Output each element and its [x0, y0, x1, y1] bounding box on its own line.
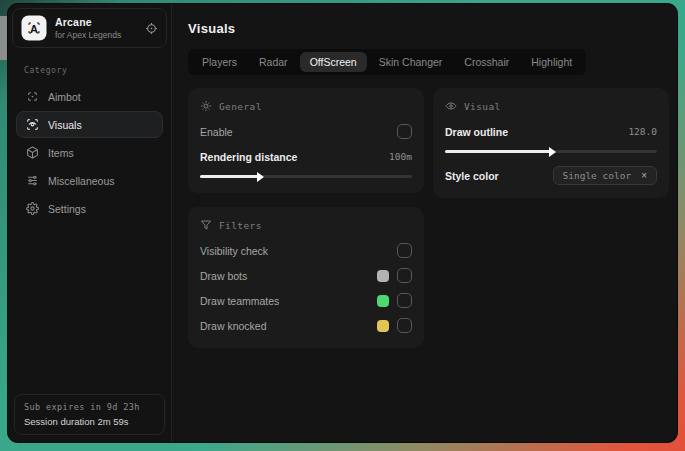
visibility-check-label: Visibility check [200, 245, 268, 257]
sidebar-item-aimbot[interactable]: Aimbot [16, 83, 163, 110]
slider-thumb[interactable] [549, 147, 556, 157]
sidebar-item-miscellaneous[interactable]: Miscellaneous [16, 167, 163, 194]
visual-card-header: Visual [445, 100, 657, 112]
target-icon[interactable] [145, 22, 158, 35]
slider-thumb[interactable] [257, 172, 264, 182]
style-color-row: Style color Single color × [445, 165, 657, 186]
crosshair-icon [26, 90, 39, 103]
draw-knocked-label: Draw knocked [200, 320, 267, 332]
card-title: Filters [219, 220, 262, 231]
card-title: Visual [464, 101, 501, 112]
tab-highlight[interactable]: Highlight [521, 52, 582, 72]
draw-outline-value: 128.0 [628, 126, 657, 137]
category-label: Category [16, 62, 163, 83]
app-subtitle: for Apex Legends [55, 30, 137, 40]
enable-checkbox[interactable] [397, 124, 412, 139]
tab-skin-changer[interactable]: Skin Changer [369, 52, 453, 72]
eye-icon [445, 100, 457, 112]
sidebar-item-items[interactable]: Items [16, 139, 163, 166]
sidebar-item-label: Aimbot [48, 91, 81, 103]
cards-grid: General Enable Rendering distance 100m [188, 88, 669, 348]
logo-letter: A [30, 23, 38, 35]
rendering-distance-label: Rendering distance [200, 151, 297, 163]
sidebar-item-settings[interactable]: Settings [16, 195, 163, 222]
draw-bots-checkbox[interactable] [397, 268, 412, 283]
gear-icon [26, 202, 39, 215]
enable-row: Enable [200, 121, 412, 142]
general-card-header: General [200, 100, 412, 112]
draw-bots-label: Draw bots [200, 270, 247, 282]
scan-eye-icon [26, 118, 39, 131]
draw-bots-color-swatch[interactable] [377, 270, 389, 282]
draw-bots-row: Draw bots [200, 265, 412, 286]
app-title-stack: Arcane for Apex Legends [55, 16, 137, 40]
visual-card: Visual Draw outline 128.0 Style color Si… [433, 88, 669, 198]
sidebar-header: A Arcane for Apex Legends [12, 8, 167, 48]
style-color-label: Style color [445, 170, 499, 182]
rendering-distance-slider[interactable] [200, 172, 412, 181]
sidebar-item-label: Visuals [48, 119, 82, 131]
sliders-icon [26, 174, 39, 187]
package-icon [26, 146, 39, 159]
sidebar: A Arcane for Apex Legends Category [8, 4, 172, 442]
session-duration-text: Session duration 2m 59s [24, 416, 155, 427]
draw-teammates-row: Draw teammates [200, 290, 412, 311]
cog-icon [200, 100, 212, 112]
draw-knocked-checkbox[interactable] [397, 318, 412, 333]
visibility-check-row: Visibility check [200, 240, 412, 261]
tab-radar[interactable]: Radar [249, 52, 298, 72]
rendering-distance-row: Rendering distance 100m [200, 146, 412, 167]
card-title: General [219, 101, 262, 112]
slider-fill [200, 175, 259, 178]
page-title: Visuals [188, 21, 669, 36]
rendering-distance-value: 100m [389, 151, 412, 162]
tab-offscreen[interactable]: OffScreen [300, 52, 367, 72]
tab-bar: Players Radar OffScreen Skin Changer Cro… [188, 49, 586, 75]
style-color-value: Single color [563, 170, 632, 181]
app-window: A Arcane for Apex Legends Category [8, 4, 677, 442]
visibility-check-checkbox[interactable] [397, 243, 412, 258]
draw-outline-slider[interactable] [445, 147, 657, 156]
tab-crosshair[interactable]: Crosshair [454, 52, 519, 72]
sidebar-item-label: Items [48, 147, 74, 159]
style-color-select[interactable]: Single color × [553, 166, 657, 185]
main-content: Visuals Players Radar OffScreen Skin Cha… [172, 4, 677, 442]
general-card: General Enable Rendering distance 100m [188, 88, 424, 193]
draw-knocked-row: Draw knocked [200, 315, 412, 336]
draw-outline-label: Draw outline [445, 126, 508, 138]
funnel-icon [200, 219, 212, 231]
filters-card: Filters Visibility check Draw bots [188, 207, 424, 348]
sidebar-nav: Category Aimbot [8, 52, 171, 222]
sidebar-item-visuals[interactable]: Visuals [16, 111, 163, 138]
sub-expires-text: Sub expires in 9d 23h [24, 402, 155, 412]
slider-fill [445, 150, 551, 153]
draw-knocked-color-swatch[interactable] [377, 320, 389, 332]
draw-teammates-color-swatch[interactable] [377, 295, 389, 307]
filters-card-header: Filters [200, 219, 412, 231]
draw-teammates-checkbox[interactable] [397, 293, 412, 308]
tab-players[interactable]: Players [192, 52, 247, 72]
sidebar-item-label: Settings [48, 203, 86, 215]
app-logo: A [21, 15, 47, 41]
app-name: Arcane [55, 16, 137, 28]
enable-label: Enable [200, 126, 233, 138]
clear-icon[interactable]: × [641, 171, 647, 181]
sidebar-item-label: Miscellaneous [48, 175, 115, 187]
draw-outline-row: Draw outline 128.0 [445, 121, 657, 142]
draw-teammates-label: Draw teammates [200, 295, 279, 307]
subscription-info-box: Sub expires in 9d 23h Session duration 2… [14, 394, 165, 435]
